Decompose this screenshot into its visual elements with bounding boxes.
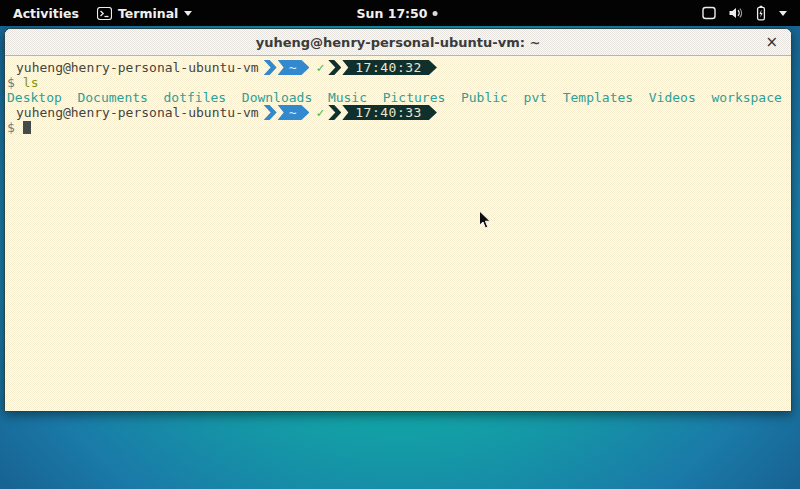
prompt-symbol: $ (7, 120, 15, 135)
prompt-line: yuheng@henry-personal-ubuntu-vm ~ ✓ 17:4… (7, 60, 789, 75)
mouse-cursor-icon (478, 210, 492, 230)
check-icon: ✓ (316, 105, 324, 120)
battery-icon (753, 5, 769, 21)
close-button[interactable]: × (765, 35, 778, 50)
powerline-arrow-icon (264, 60, 277, 75)
directory-listing: Desktop Documents dotfiles Downloads Mus… (7, 90, 789, 105)
activities-button[interactable]: Activities (4, 0, 88, 26)
powerline-path-segment: ~ (278, 105, 310, 120)
window-titlebar[interactable]: yuheng@henry-personal-ubuntu-vm: ~ × (5, 29, 791, 56)
app-menu-label: Terminal (118, 6, 178, 21)
system-menu-button[interactable] (692, 0, 796, 26)
prompt-time: 17:40:33 (355, 105, 422, 120)
chevron-down-icon (779, 11, 787, 16)
terminal-content[interactable]: yuheng@henry-personal-ubuntu-vm ~ ✓ 17:4… (5, 57, 791, 411)
chevron-down-icon (184, 11, 192, 16)
app-menu-button[interactable]: Terminal (88, 0, 201, 26)
powerline-time-segment: 17:40:32 (342, 60, 437, 75)
prompt-symbol: $ (7, 75, 15, 90)
desktop-screen: Activities Terminal Sun 17:50 (0, 0, 800, 489)
powerline-time-segment: 17:40:33 (342, 105, 437, 120)
prompt-user-host: yuheng@henry-personal-ubuntu-vm (16, 105, 259, 120)
clock-button[interactable]: Sun 17:50 (348, 0, 447, 26)
command-text: ls (23, 75, 39, 90)
check-icon: ✓ (316, 60, 324, 75)
prompt-user-host: yuheng@henry-personal-ubuntu-vm (16, 60, 259, 75)
window-title: yuheng@henry-personal-ubuntu-vm: ~ (256, 35, 541, 50)
powerline-arrow-icon (328, 60, 341, 75)
terminal-window: yuheng@henry-personal-ubuntu-vm: ~ × yuh… (4, 28, 792, 412)
volume-icon (727, 5, 743, 21)
terminal-app-icon (97, 7, 112, 20)
notification-dot-icon (433, 11, 438, 16)
powerline-path-segment: ~ (278, 60, 310, 75)
prompt-path: ~ (289, 60, 297, 75)
screen-icon (701, 5, 717, 21)
powerline-arrow-icon (328, 105, 341, 120)
command-line: $ls (7, 75, 789, 90)
top-bar: Activities Terminal Sun 17:50 (0, 0, 800, 26)
prompt-path: ~ (289, 105, 297, 120)
clock-label: Sun 17:50 (357, 6, 428, 21)
prompt-line: yuheng@henry-personal-ubuntu-vm ~ ✓ 17:4… (7, 105, 789, 120)
text-cursor (23, 121, 31, 134)
powerline-arrow-icon (264, 105, 277, 120)
input-line[interactable]: $ (7, 120, 789, 135)
prompt-time: 17:40:32 (355, 60, 422, 75)
